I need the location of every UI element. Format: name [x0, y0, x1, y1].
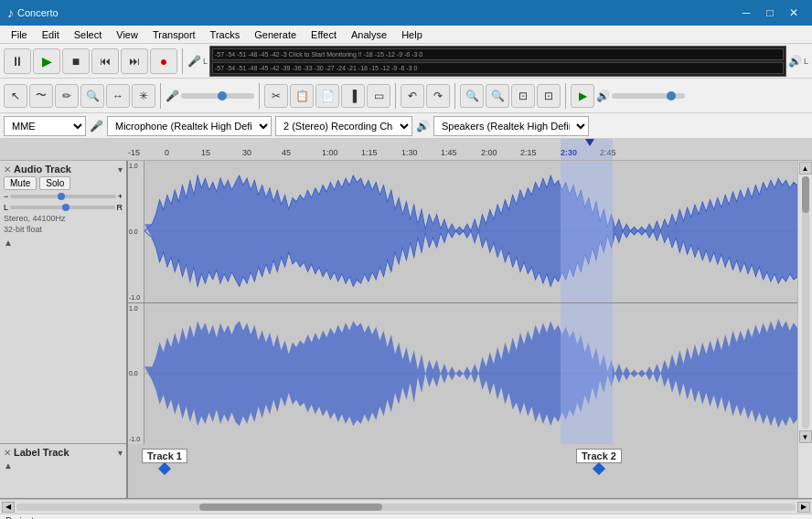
pan-R-label: R — [117, 203, 123, 212]
menu-tracks[interactable]: Tracks — [203, 26, 248, 43]
volume-slider[interactable] — [10, 195, 115, 198]
mic-icon-2: 🎤 — [166, 90, 179, 102]
menu-transport[interactable]: Transport — [145, 26, 203, 43]
skip-fwd-button[interactable]: ⏭ — [121, 48, 148, 74]
mute-solo-row: Mute Solo — [4, 176, 123, 190]
label-vscrollbar-space — [797, 444, 812, 498]
cut-button[interactable]: ✂ — [264, 84, 288, 108]
multi-tool-button[interactable]: ✳ — [132, 84, 155, 108]
label-track-title: Label Track — [14, 447, 115, 458]
copy-button[interactable]: 📋 — [290, 84, 314, 108]
input-volume-thumb[interactable] — [218, 91, 227, 101]
label-collapse-arrow[interactable]: ▲ — [4, 460, 123, 471]
project-rate-group: Project Rate (Hz): — [5, 516, 34, 520]
top-waveform-channel[interactable]: 1.0 0.0 -1.0 — [128, 161, 797, 303]
wave-scale-top: 1.0 0.0 -1.0 — [128, 161, 144, 302]
hscroll-left-button[interactable]: ◀ — [2, 502, 15, 513]
timeshift-tool-button[interactable]: ↔ — [106, 84, 130, 108]
track-collapse-arrow[interactable]: ▲ — [4, 237, 123, 248]
zoom-fit-project-button[interactable]: ⊡ — [511, 84, 535, 108]
playhead-triangle — [585, 139, 594, 146]
menu-analyse[interactable]: Analyse — [344, 26, 394, 43]
vscrollbar: ▲ ▼ — [797, 161, 812, 444]
track-controls-panel: ✕ Audio Track ▾ Mute Solo − + L R — [0, 161, 128, 444]
label-marker-1[interactable]: Track 1 — [142, 449, 187, 473]
input-device-select[interactable]: Microphone (Realtek High Defini… — [107, 116, 272, 136]
label-track-close[interactable]: ✕ — [4, 448, 11, 458]
timeline-ruler[interactable]: -15 0 15 30 45 1:00 1:15 1:30 1:45 2:00 … — [0, 139, 812, 161]
envelope-tool-button[interactable]: 〜 — [29, 84, 53, 108]
zoom-out-button[interactable]: 🔍 — [460, 84, 484, 108]
hscrollbar: ◀ ▶ — [0, 499, 812, 514]
play-button[interactable]: ▶ — [33, 48, 60, 74]
ruler-mark: 2:00 — [481, 148, 497, 157]
pause-button[interactable]: ⏸ — [4, 48, 31, 74]
output-volume-slider[interactable] — [612, 93, 685, 99]
label-track-wave[interactable]: Track 1 Track 2 — [128, 444, 797, 498]
close-button[interactable]: ✕ — [783, 5, 805, 21]
label-diamond-1[interactable] — [158, 462, 171, 475]
menu-effect[interactable]: Effect — [304, 26, 344, 43]
output-device-select[interactable]: Speakers (Realtek High Definiti… — [433, 116, 589, 136]
input-meter: -57 -54 -51 -48 -45 -42 -3 Click to Star… — [212, 48, 784, 60]
paste-button[interactable]: 📄 — [315, 84, 339, 108]
zoom-fit-sel-button[interactable]: ⊡ — [537, 84, 561, 108]
hscroll-thumb[interactable] — [199, 503, 382, 511]
device-row: MME 🎤 Microphone (Realtek High Defini… 2… — [0, 113, 812, 139]
hscroll-right-button[interactable]: ▶ — [797, 502, 810, 513]
audio-track-dropdown[interactable]: ▾ — [118, 164, 123, 175]
ruler-mark: 45 — [282, 148, 291, 157]
skip-back-button[interactable]: ⏮ — [91, 48, 119, 74]
vscroll-up-button[interactable]: ▲ — [799, 162, 812, 175]
waveform-panel[interactable]: 1.0 0.0 -1.0 1.0 0.0 -1.0 — [128, 161, 797, 444]
menu-generate[interactable]: Generate — [247, 26, 304, 43]
pan-slider[interactable] — [10, 206, 114, 209]
speaker-icon: 🔊 — [788, 55, 802, 68]
trim-button[interactable]: ▐ — [341, 84, 365, 108]
selection-bottom — [561, 303, 613, 445]
pan-thumb[interactable] — [62, 204, 69, 211]
audio-track-close[interactable]: ✕ — [4, 164, 11, 175]
bottom-waveform-channel[interactable]: 1.0 0.0 -1.0 — [128, 303, 797, 445]
mute-button[interactable]: Mute — [4, 176, 37, 190]
level-meters: -57 -54 -51 -48 -45 -42 -3 Click to Star… — [209, 46, 786, 77]
zoom-in-button[interactable]: 🔍 — [486, 84, 509, 108]
zoom-tool-button[interactable]: 🔍 — [80, 84, 104, 108]
redo-button[interactable]: ↷ — [426, 84, 450, 108]
solo-button[interactable]: Solo — [39, 176, 70, 190]
menu-view[interactable]: View — [109, 26, 145, 43]
input-volume-slider[interactable] — [181, 93, 254, 99]
ruler-mark: 2:15 — [520, 148, 537, 157]
volume-thumb[interactable] — [58, 193, 65, 200]
menubar: File Edit Select View Transport Tracks G… — [0, 26, 812, 44]
label-marker-2[interactable]: Track 2 — [576, 449, 622, 473]
audio-host-select[interactable]: MME — [4, 116, 86, 136]
ruler-mark: 1:15 — [361, 148, 378, 157]
menu-file[interactable]: File — [4, 26, 35, 43]
menu-help[interactable]: Help — [394, 26, 430, 43]
speaker-icon-2: 🔊 — [596, 90, 610, 102]
volume-row: − + — [4, 192, 123, 201]
audio-track-title: Audio Track — [14, 164, 115, 175]
menu-select[interactable]: Select — [67, 26, 110, 43]
stop-button[interactable]: ■ — [62, 48, 90, 74]
sep2 — [160, 83, 161, 109]
draw-tool-button[interactable]: ✏ — [55, 84, 79, 108]
meter-text-2: -57 -54 -51 -48 -45 -42 -39 -36 -33 -30 … — [215, 65, 417, 71]
label-diamond-2[interactable] — [593, 462, 605, 475]
select-tool-button[interactable]: ↖ — [4, 84, 27, 108]
minimize-button[interactable]: ─ — [735, 5, 757, 21]
vscroll-thumb[interactable] — [802, 176, 809, 213]
ruler-mark: 1:30 — [401, 148, 418, 157]
play-sel-button[interactable]: ▶ — [571, 84, 594, 108]
silence-button[interactable]: ▭ — [367, 84, 390, 108]
channels-select[interactable]: 2 (Stereo) Recording Channels — [275, 116, 412, 136]
menu-edit[interactable]: Edit — [35, 26, 67, 43]
vscroll-down-button[interactable]: ▼ — [799, 430, 812, 443]
label-track-dropdown[interactable]: ▾ — [118, 448, 123, 458]
output-volume-thumb[interactable] — [667, 91, 676, 101]
maximize-button[interactable]: □ — [759, 5, 781, 21]
vol-minus: − — [4, 192, 8, 201]
undo-button[interactable]: ↶ — [401, 84, 424, 108]
record-button[interactable]: ● — [150, 48, 177, 74]
